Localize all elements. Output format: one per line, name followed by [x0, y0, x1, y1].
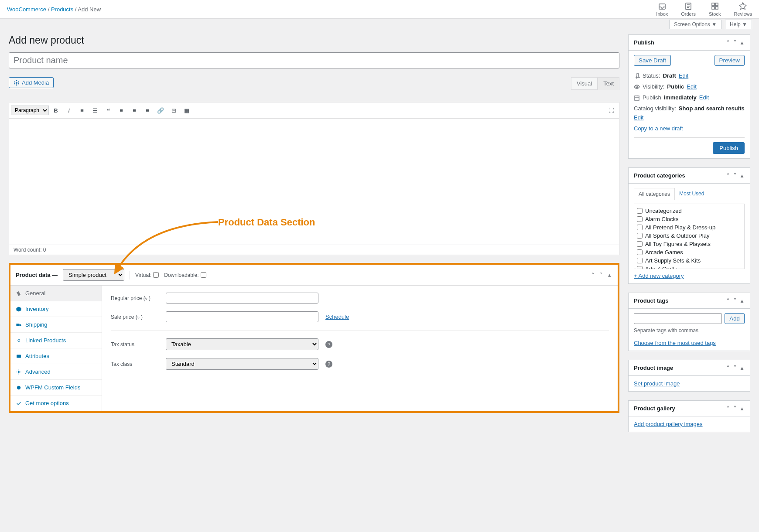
box-up-icon[interactable]: ˄ — [725, 406, 731, 412]
tab-visual[interactable]: Visual — [571, 77, 598, 90]
bold-button[interactable]: B — [50, 104, 62, 116]
svg-point-10 — [16, 84, 17, 85]
tax-class-select[interactable]: Standard — [166, 358, 318, 370]
panel-up-icon[interactable]: ˄ — [590, 272, 596, 278]
add-new-category-link[interactable]: + Add new category — [634, 273, 684, 279]
box-down-icon[interactable]: ˅ — [732, 173, 738, 179]
box-down-icon[interactable]: ˅ — [732, 406, 738, 412]
box-up-icon[interactable]: ˄ — [725, 40, 731, 46]
help-icon[interactable]: ? — [325, 361, 332, 368]
category-checkbox[interactable] — [637, 241, 643, 247]
tax-status-select[interactable]: Taxable — [166, 338, 318, 350]
help-button[interactable]: Help ▼ — [725, 20, 752, 29]
box-toggle-icon[interactable]: ▴ — [739, 40, 745, 46]
tab-text[interactable]: Text — [598, 77, 619, 90]
product-type-select[interactable]: Simple product — [63, 269, 124, 281]
category-checkbox[interactable] — [637, 225, 643, 230]
choose-tags-link[interactable]: Choose from the most used tags — [634, 340, 716, 346]
screen-options-button[interactable]: Screen Options ▼ — [669, 20, 721, 29]
reviews-button[interactable]: Reviews — [734, 2, 752, 17]
product-tab-more[interactable]: Get more options — [10, 396, 102, 411]
box-toggle-icon[interactable]: ▴ — [739, 173, 745, 179]
downloadable-checkbox-label: Downloadable: — [164, 272, 206, 278]
svg-rect-18 — [635, 96, 639, 100]
product-name-input[interactable] — [9, 52, 619, 68]
orders-button[interactable]: Orders — [681, 2, 696, 17]
box-down-icon[interactable]: ˅ — [732, 40, 738, 46]
copy-draft-link[interactable]: Copy to a new draft — [634, 125, 683, 132]
edit-visibility-link[interactable]: Edit — [687, 83, 696, 90]
regular-price-input[interactable] — [166, 293, 318, 304]
box-up-icon[interactable]: ˄ — [725, 365, 731, 371]
help-icon[interactable]: ? — [325, 341, 332, 348]
box-up-icon[interactable]: ˄ — [725, 298, 731, 304]
align-left-button[interactable]: ≡ — [115, 104, 127, 116]
stock-button[interactable]: Stock — [709, 2, 721, 17]
virtual-checkbox[interactable] — [153, 272, 159, 278]
box-toggle-icon[interactable]: ▴ — [739, 406, 745, 412]
edit-status-link[interactable]: Edit — [679, 72, 688, 79]
svg-rect-5 — [715, 7, 718, 9]
box-down-icon[interactable]: ˅ — [732, 365, 738, 371]
virtual-checkbox-label: Virtual: — [135, 272, 159, 278]
publish-box: Publish˄˅▴ Save Draft Preview Status: Dr… — [628, 34, 750, 159]
breadcrumb-products[interactable]: Products — [51, 6, 73, 13]
product-tab-attributes[interactable]: Attributes — [10, 348, 102, 364]
edit-publish-link[interactable]: Edit — [699, 94, 709, 101]
tab-all-categories[interactable]: All categories — [634, 188, 675, 200]
box-down-icon[interactable]: ˅ — [732, 298, 738, 304]
readmore-button[interactable]: ⊟ — [168, 104, 180, 116]
fullscreen-button[interactable]: ⛶ — [605, 104, 617, 116]
add-tag-button[interactable]: Add — [725, 313, 745, 324]
toolbar-toggle-button[interactable]: ▦ — [181, 104, 193, 116]
preview-button[interactable]: Preview — [715, 55, 745, 66]
bullet-list-button[interactable]: ≡ — [76, 104, 88, 116]
inbox-button[interactable]: Inbox — [656, 2, 668, 17]
product-tab-shipping[interactable]: Shipping — [10, 317, 102, 333]
category-checkbox[interactable] — [637, 233, 643, 239]
inbox-label: Inbox — [656, 11, 668, 17]
publish-button[interactable]: Publish — [713, 142, 745, 154]
align-center-button[interactable]: ≡ — [128, 104, 140, 116]
paragraph-select[interactable]: Paragraph — [11, 106, 49, 115]
category-checkbox[interactable] — [637, 249, 643, 255]
product-tab-wpfm[interactable]: WPFM Custom Fields — [10, 380, 102, 396]
panel-toggle-icon[interactable]: ▴ — [607, 272, 612, 278]
numbered-list-button[interactable]: ☰ — [89, 104, 101, 116]
breadcrumb-woocommerce[interactable]: WooCommerce — [7, 6, 46, 13]
box-up-icon[interactable]: ˄ — [725, 173, 731, 179]
italic-button[interactable]: I — [63, 104, 75, 116]
product-tab-general[interactable]: General — [10, 286, 102, 301]
edit-catalog-link[interactable]: Edit — [634, 114, 643, 121]
panel-down-icon[interactable]: ˅ — [598, 272, 604, 278]
editor-content[interactable] — [9, 119, 619, 245]
product-tab-linked[interactable]: Linked Products — [10, 333, 102, 348]
downloadable-checkbox[interactable] — [201, 272, 206, 278]
save-draft-button[interactable]: Save Draft — [634, 55, 671, 66]
category-list[interactable]: Uncategorized Alarm Clocks All Pretend P… — [634, 204, 745, 269]
add-media-button[interactable]: Add Media — [9, 77, 54, 88]
product-tab-advanced[interactable]: Advanced — [10, 364, 102, 380]
category-checkbox[interactable] — [637, 208, 643, 214]
page-title: Add new product — [9, 34, 619, 46]
tab-most-used[interactable]: Most Used — [675, 188, 708, 200]
box-toggle-icon[interactable]: ▴ — [739, 365, 745, 371]
box-toggle-icon[interactable]: ▴ — [739, 298, 745, 304]
svg-point-15 — [18, 371, 20, 372]
tag-input[interactable] — [634, 313, 722, 324]
schedule-link[interactable]: Schedule — [325, 314, 349, 320]
svg-point-12 — [14, 81, 15, 82]
link-button[interactable]: 🔗 — [154, 104, 167, 116]
sale-price-input[interactable] — [166, 311, 318, 322]
align-right-button[interactable]: ≡ — [141, 104, 154, 116]
category-checkbox[interactable] — [637, 216, 643, 222]
svg-rect-4 — [712, 7, 715, 9]
svg-rect-13 — [16, 324, 19, 326]
set-product-image-link[interactable]: Set product image — [634, 380, 680, 387]
product-tab-inventory[interactable]: Inventory — [10, 301, 102, 317]
category-checkbox[interactable] — [637, 266, 643, 269]
add-gallery-images-link[interactable]: Add product gallery images — [634, 421, 703, 427]
publish-on-label: Publish — [643, 94, 661, 101]
blockquote-button[interactable]: ❝ — [102, 104, 114, 116]
category-checkbox[interactable] — [637, 258, 643, 263]
